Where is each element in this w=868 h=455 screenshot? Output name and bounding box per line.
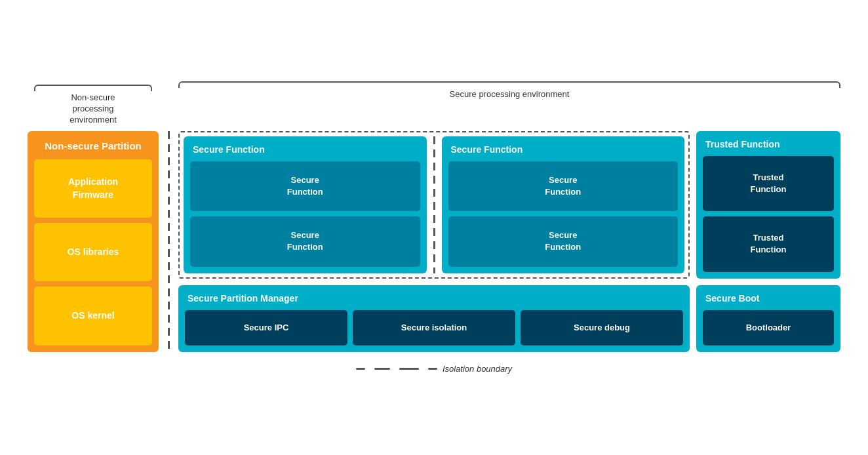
app-firmware-block: ApplicationFirmware <box>34 159 152 218</box>
secure-bracket-top <box>178 81 840 88</box>
secure-function-partition-2: Secure Function SecureFunction SecureFun… <box>442 136 685 273</box>
secure-ipc-block: Secure IPC <box>185 310 347 346</box>
non-secure-partition-title: Non-secure Partition <box>34 138 152 154</box>
dash3 <box>399 368 419 370</box>
secure-function-1-title: Secure Function <box>190 143 420 156</box>
secure-bottom-row: Secure Partition Manager Secure IPC Secu… <box>178 285 840 352</box>
dash1 <box>356 368 365 370</box>
v-line <box>168 131 170 352</box>
bracket-row: Non-secure processing environment Secure… <box>28 81 840 126</box>
secure-boot-title: Secure Boot <box>703 292 834 305</box>
os-kernel-block: OS kernel <box>34 287 152 345</box>
secure-top-row: Secure Function SecureFunction SecureFun… <box>178 131 840 279</box>
vertical-separator <box>159 131 178 352</box>
secure-isolation-block: Secure isolation <box>353 310 515 346</box>
secure-label: Secure processing environment <box>178 89 840 100</box>
spm-partition: Secure Partition Manager Secure IPC Secu… <box>178 285 690 352</box>
main-row: Non-secure Partition ApplicationFirmware… <box>28 131 840 352</box>
legend-label: Isolation boundary <box>443 364 512 374</box>
secure-function-2-title: Secure Function <box>448 143 679 156</box>
trusted-function-title: Trusted Function <box>703 138 834 151</box>
bootloader-block: Bootloader <box>703 310 834 346</box>
sf2-block2: SecureFunction <box>448 216 679 266</box>
diagram-container: Non-secure processing environment Secure… <box>14 68 854 387</box>
tf-block1: TrustedFunction <box>703 156 834 211</box>
non-secure-bracket-top <box>34 85 152 91</box>
non-secure-bracket: Non-secure processing environment <box>28 81 159 126</box>
secure-function-partition-1: Secure Function SecureFunction SecureFun… <box>184 136 427 273</box>
sf2-block1: SecureFunction <box>448 161 679 211</box>
legend-dashes <box>356 368 437 370</box>
spm-title: Secure Partition Manager <box>185 292 683 305</box>
tf-block2: TrustedFunction <box>703 216 834 271</box>
spm-blocks-row: Secure IPC Secure isolation Secure debug <box>185 310 683 346</box>
os-libraries-block: OS libraries <box>34 223 152 281</box>
sf1-block2: SecureFunction <box>190 216 420 266</box>
legend-row: Isolation boundary <box>28 364 840 374</box>
secure-debug-block: Secure debug <box>521 310 683 346</box>
non-secure-partition: Non-secure Partition ApplicationFirmware… <box>28 131 159 352</box>
secure-bracket: Secure processing environment <box>178 81 840 100</box>
dash4 <box>428 368 437 370</box>
secure-functions-boundary: Secure Function SecureFunction SecureFun… <box>178 131 690 279</box>
trusted-function-partition: Trusted Function TrustedFunction Trusted… <box>696 131 840 279</box>
sf-divider <box>433 136 435 273</box>
secure-boot-partition: Secure Boot Bootloader <box>696 285 840 352</box>
sf1-block1: SecureFunction <box>190 161 420 211</box>
non-secure-label: Non-secure processing environment <box>28 92 159 126</box>
dash2 <box>374 368 390 370</box>
secure-area: Secure Function SecureFunction SecureFun… <box>178 131 840 352</box>
